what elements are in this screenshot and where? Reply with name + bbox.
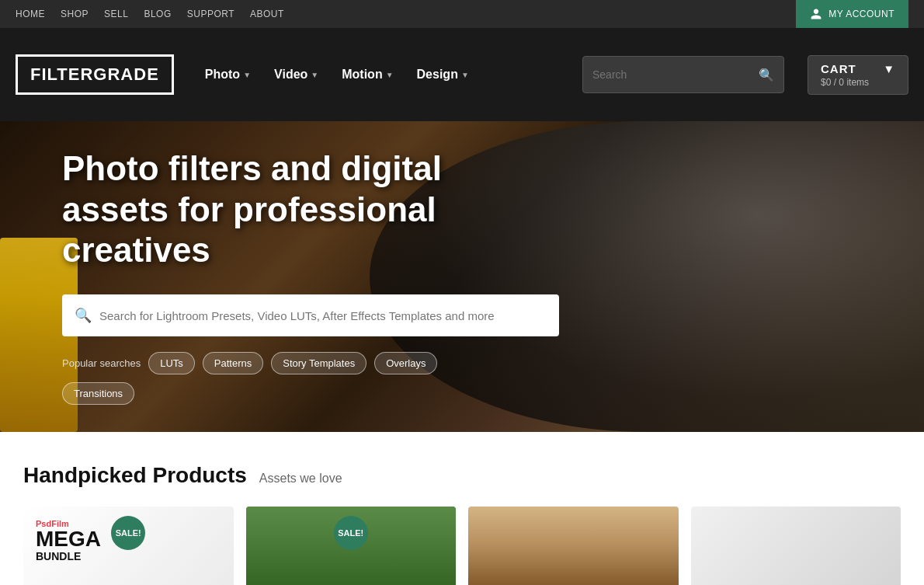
bundle-text: BUNDLE	[36, 550, 221, 562]
hero-search-input[interactable]	[99, 309, 547, 322]
my-account-button[interactable]: MY ACCOUNT	[796, 0, 908, 28]
nav-design[interactable]: Design ▼	[409, 61, 477, 88]
top-bar: HOME SHOP SELL BLOG SUPPORT ABOUT MY ACC…	[0, 0, 924, 28]
cart-items: / 0 items	[834, 77, 869, 88]
cart-price: $0	[821, 77, 831, 88]
cart-chevron: ▼	[883, 62, 895, 75]
nav-about[interactable]: ABOUT	[250, 9, 284, 19]
header-search-bar[interactable]: 🔍	[582, 56, 784, 93]
header: FILTERGRADE Photo ▼ Video ▼ Motion ▼ Des…	[0, 28, 924, 121]
nav-support[interactable]: SUPPORT	[187, 9, 234, 19]
hero-content: Photo filters and digital assets for pro…	[0, 121, 544, 432]
products-header: Handpicked Products Assets we love	[23, 463, 901, 488]
products-section: Handpicked Products Assets we love SALE!…	[0, 432, 924, 585]
popular-searches: Popular searches LUTs Patterns Story Tem…	[62, 352, 481, 405]
chevron-down-icon: ▼	[311, 71, 318, 79]
products-grid: SALE! PsdFilm MEGA BUNDLE SALE! COLE RAT…	[23, 507, 901, 585]
main-nav: Photo ▼ Video ▼ Motion ▼ Design ▼	[197, 61, 559, 88]
nav-motion[interactable]: Motion ▼	[334, 61, 401, 88]
popular-label: Popular searches	[62, 357, 141, 369]
cart-label: CART	[821, 62, 856, 75]
tag-luts[interactable]: LUTs	[148, 352, 195, 374]
header-search-input[interactable]	[592, 68, 759, 81]
chevron-down-icon: ▼	[386, 71, 394, 79]
hero-search-bar[interactable]: 🔍	[62, 294, 559, 336]
nav-sell[interactable]: SELL	[104, 9, 128, 19]
sale-badge-1: SALE!	[111, 516, 145, 550]
top-nav: HOME SHOP SELL BLOG SUPPORT ABOUT	[16, 9, 284, 19]
product-card-4[interactable]: Portrait	[691, 507, 901, 585]
search-icon: 🔍	[75, 307, 92, 324]
nav-photo[interactable]: Photo ▼	[197, 61, 259, 88]
sale-badge-2: SALE!	[334, 516, 368, 550]
product-card-1[interactable]: SALE! PsdFilm MEGA BUNDLE	[23, 507, 234, 585]
my-account-label: MY ACCOUNT	[828, 9, 894, 19]
products-title: Handpicked Products	[23, 463, 247, 488]
cart-box[interactable]: CART ▼ $0 / 0 items	[808, 55, 908, 95]
products-subtitle: Assets we love	[259, 472, 342, 486]
logo: FILTERGRADE	[30, 64, 159, 85]
tag-transitions[interactable]: Transitions	[62, 382, 134, 405]
tag-patterns[interactable]: Patterns	[203, 352, 263, 374]
chevron-down-icon: ▼	[461, 71, 469, 79]
nav-video[interactable]: Video ▼	[266, 61, 326, 88]
tag-overlays[interactable]: Overlays	[374, 352, 437, 374]
tag-story-templates[interactable]: Story Templates	[271, 352, 366, 374]
chevron-down-icon: ▼	[243, 71, 251, 79]
logo-box[interactable]: FILTERGRADE	[16, 54, 174, 95]
product-card-2[interactable]: SALE! COLE RATES	[246, 507, 457, 585]
hero-section: Photo filters and digital assets for pro…	[0, 121, 924, 432]
nav-blog[interactable]: BLOG	[144, 9, 171, 19]
product-card-3[interactable]: BARCELONA	[468, 507, 679, 585]
nav-shop[interactable]: SHOP	[61, 9, 89, 19]
user-icon	[810, 8, 822, 20]
header-search-button[interactable]: 🔍	[759, 68, 774, 82]
hero-title: Photo filters and digital assets for pro…	[62, 148, 481, 271]
nav-home[interactable]: HOME	[16, 9, 45, 19]
cart-bottom: $0 / 0 items	[821, 77, 895, 88]
cart-top: CART ▼	[821, 62, 895, 75]
